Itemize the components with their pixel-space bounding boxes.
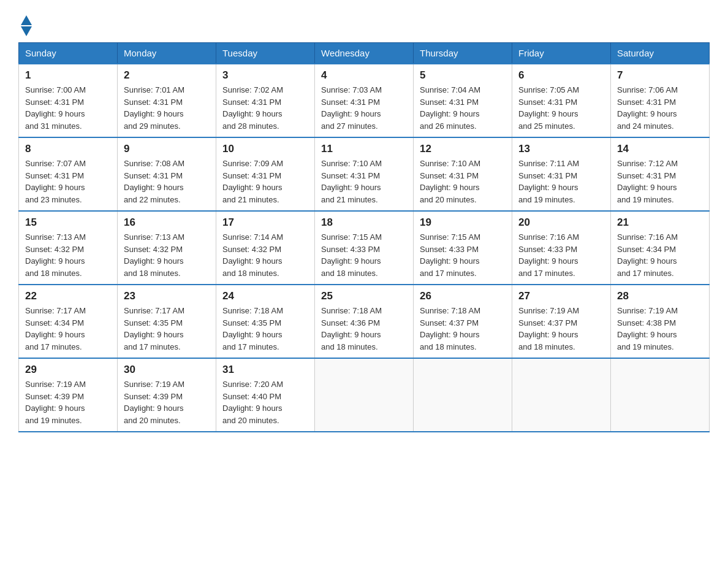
calendar-cell bbox=[512, 358, 611, 432]
sunset-info: Sunset: 4:32 PM bbox=[222, 245, 281, 254]
sunset-info: Sunset: 4:36 PM bbox=[321, 318, 380, 327]
calendar-cell: 29Sunrise: 7:19 AMSunset: 4:39 PMDayligh… bbox=[19, 358, 118, 432]
sunrise-info: Sunrise: 7:17 AM bbox=[124, 306, 184, 315]
daylight-hours: Daylight: 9 hours bbox=[124, 404, 184, 413]
day-number: 8 bbox=[25, 143, 111, 155]
day-info: Sunrise: 7:16 AMSunset: 4:33 PMDaylight:… bbox=[518, 231, 604, 279]
calendar-cell: 8Sunrise: 7:07 AMSunset: 4:31 PMDaylight… bbox=[19, 137, 118, 211]
calendar-cell: 3Sunrise: 7:02 AMSunset: 4:31 PMDaylight… bbox=[216, 64, 315, 137]
calendar-cell: 17Sunrise: 7:14 AMSunset: 4:32 PMDayligh… bbox=[216, 211, 315, 285]
day-number: 5 bbox=[420, 69, 506, 82]
daylight-minutes: and 28 minutes. bbox=[222, 121, 279, 131]
weekday-header-wednesday: Wednesday bbox=[315, 43, 414, 64]
sunset-info: Sunset: 4:31 PM bbox=[25, 171, 84, 180]
daylight-minutes: and 18 minutes. bbox=[518, 342, 575, 351]
sunset-info: Sunset: 4:31 PM bbox=[321, 171, 380, 180]
day-number: 10 bbox=[222, 143, 308, 155]
sunset-info: Sunset: 4:31 PM bbox=[420, 171, 479, 180]
calendar-cell: 4Sunrise: 7:03 AMSunset: 4:31 PMDaylight… bbox=[315, 64, 414, 137]
weekday-header-row: SundayMondayTuesdayWednesdayThursdayFrid… bbox=[19, 43, 710, 64]
daylight-hours: Daylight: 9 hours bbox=[518, 109, 578, 118]
daylight-hours: Daylight: 9 hours bbox=[321, 330, 381, 339]
day-info: Sunrise: 7:19 AMSunset: 4:37 PMDaylight:… bbox=[518, 305, 604, 353]
daylight-minutes: and 20 minutes. bbox=[222, 416, 279, 425]
daylight-minutes: and 18 minutes. bbox=[222, 269, 279, 278]
calendar-table: SundayMondayTuesdayWednesdayThursdayFrid… bbox=[18, 42, 710, 432]
sunset-info: Sunset: 4:39 PM bbox=[25, 392, 84, 401]
sunrise-info: Sunrise: 7:18 AM bbox=[321, 306, 382, 315]
daylight-minutes: and 17 minutes. bbox=[420, 269, 477, 278]
sunrise-info: Sunrise: 7:04 AM bbox=[420, 85, 480, 94]
day-number: 24 bbox=[222, 290, 308, 302]
daylight-hours: Daylight: 9 hours bbox=[25, 404, 85, 413]
daylight-hours: Daylight: 9 hours bbox=[124, 256, 184, 266]
day-number: 4 bbox=[321, 69, 407, 82]
daylight-minutes: and 18 minutes. bbox=[124, 269, 181, 278]
day-info: Sunrise: 7:10 AMSunset: 4:31 PMDaylight:… bbox=[420, 158, 506, 205]
day-info: Sunrise: 7:18 AMSunset: 4:36 PMDaylight:… bbox=[321, 305, 407, 353]
daylight-minutes: and 23 minutes. bbox=[25, 195, 82, 204]
calendar-cell: 25Sunrise: 7:18 AMSunset: 4:36 PMDayligh… bbox=[315, 285, 414, 358]
sunset-info: Sunset: 4:34 PM bbox=[617, 245, 676, 254]
day-info: Sunrise: 7:17 AMSunset: 4:34 PMDaylight:… bbox=[25, 305, 111, 353]
calendar-cell: 10Sunrise: 7:09 AMSunset: 4:31 PMDayligh… bbox=[216, 137, 315, 211]
calendar-cell: 31Sunrise: 7:20 AMSunset: 4:40 PMDayligh… bbox=[216, 358, 315, 432]
sunrise-info: Sunrise: 7:14 AM bbox=[222, 232, 283, 242]
day-number: 23 bbox=[124, 290, 210, 302]
sunrise-info: Sunrise: 7:09 AM bbox=[222, 159, 283, 168]
day-number: 6 bbox=[518, 69, 604, 82]
daylight-minutes: and 26 minutes. bbox=[420, 121, 477, 131]
day-info: Sunrise: 7:18 AMSunset: 4:35 PMDaylight:… bbox=[222, 305, 308, 353]
daylight-minutes: and 25 minutes. bbox=[518, 121, 575, 131]
daylight-minutes: and 18 minutes. bbox=[25, 269, 82, 278]
day-number: 15 bbox=[25, 216, 111, 229]
calendar-cell: 15Sunrise: 7:13 AMSunset: 4:32 PMDayligh… bbox=[19, 211, 118, 285]
day-number: 26 bbox=[420, 290, 506, 302]
sunrise-info: Sunrise: 7:15 AM bbox=[321, 232, 382, 242]
daylight-minutes: and 18 minutes. bbox=[321, 269, 378, 278]
daylight-hours: Daylight: 9 hours bbox=[321, 183, 381, 192]
calendar-cell: 18Sunrise: 7:15 AMSunset: 4:33 PMDayligh… bbox=[315, 211, 414, 285]
day-number: 3 bbox=[222, 69, 308, 82]
daylight-minutes: and 20 minutes. bbox=[124, 416, 181, 425]
day-number: 20 bbox=[518, 216, 604, 229]
calendar-cell: 28Sunrise: 7:19 AMSunset: 4:38 PMDayligh… bbox=[611, 285, 710, 358]
day-number: 21 bbox=[617, 216, 703, 229]
sunset-info: Sunset: 4:40 PM bbox=[222, 392, 281, 401]
sunrise-info: Sunrise: 7:12 AM bbox=[617, 159, 678, 168]
daylight-hours: Daylight: 9 hours bbox=[518, 256, 578, 266]
day-info: Sunrise: 7:16 AMSunset: 4:34 PMDaylight:… bbox=[617, 231, 703, 279]
calendar-cell: 9Sunrise: 7:08 AMSunset: 4:31 PMDaylight… bbox=[118, 137, 216, 211]
weekday-header-monday: Monday bbox=[118, 43, 216, 64]
daylight-hours: Daylight: 9 hours bbox=[222, 330, 282, 339]
daylight-minutes: and 24 minutes. bbox=[617, 121, 674, 131]
calendar-cell: 1Sunrise: 7:00 AMSunset: 4:31 PMDaylight… bbox=[19, 64, 118, 137]
sunset-info: Sunset: 4:31 PM bbox=[617, 171, 676, 180]
daylight-minutes: and 20 minutes. bbox=[420, 195, 477, 204]
daylight-minutes: and 19 minutes. bbox=[617, 342, 674, 351]
calendar-cell: 20Sunrise: 7:16 AMSunset: 4:33 PMDayligh… bbox=[512, 211, 611, 285]
daylight-hours: Daylight: 9 hours bbox=[25, 256, 85, 266]
day-info: Sunrise: 7:20 AMSunset: 4:40 PMDaylight:… bbox=[222, 378, 308, 426]
calendar-cell: 30Sunrise: 7:19 AMSunset: 4:39 PMDayligh… bbox=[118, 358, 216, 432]
calendar-cell: 24Sunrise: 7:18 AMSunset: 4:35 PMDayligh… bbox=[216, 285, 315, 358]
day-info: Sunrise: 7:02 AMSunset: 4:31 PMDaylight:… bbox=[222, 84, 308, 132]
sunset-info: Sunset: 4:31 PM bbox=[518, 171, 577, 180]
daylight-hours: Daylight: 9 hours bbox=[617, 256, 677, 266]
daylight-minutes: and 17 minutes. bbox=[222, 342, 279, 351]
sunrise-info: Sunrise: 7:10 AM bbox=[420, 159, 480, 168]
sunrise-info: Sunrise: 7:20 AM bbox=[222, 380, 283, 389]
daylight-minutes: and 22 minutes. bbox=[124, 195, 181, 204]
sunset-info: Sunset: 4:35 PM bbox=[222, 318, 281, 327]
sunrise-info: Sunrise: 7:00 AM bbox=[25, 85, 86, 94]
sunrise-info: Sunrise: 7:19 AM bbox=[617, 306, 678, 315]
daylight-hours: Daylight: 9 hours bbox=[617, 109, 677, 118]
daylight-minutes: and 18 minutes. bbox=[420, 342, 477, 351]
daylight-minutes: and 19 minutes. bbox=[518, 195, 575, 204]
day-info: Sunrise: 7:13 AMSunset: 4:32 PMDaylight:… bbox=[25, 231, 111, 279]
sunset-info: Sunset: 4:31 PM bbox=[124, 171, 183, 180]
page-header bbox=[18, 12, 710, 36]
day-info: Sunrise: 7:12 AMSunset: 4:31 PMDaylight:… bbox=[617, 158, 703, 205]
sunset-info: Sunset: 4:37 PM bbox=[420, 318, 479, 327]
day-number: 16 bbox=[124, 216, 210, 229]
